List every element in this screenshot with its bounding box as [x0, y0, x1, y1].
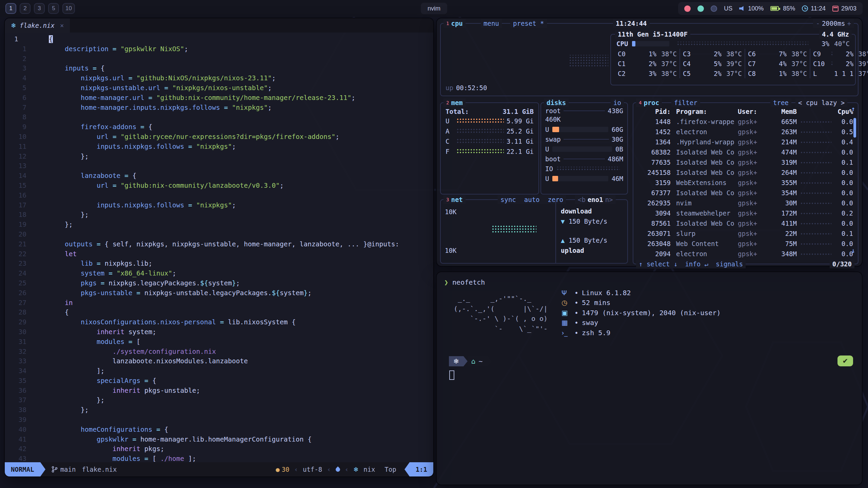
process-row[interactable]: 1448.firefox-wrappegpsk+665M0.0	[633, 117, 858, 127]
mem-panel-title[interactable]: 2 mem	[443, 98, 466, 107]
process-row[interactable]: 2094electrongpsk+348M0.0	[633, 249, 858, 259]
preset-button[interactable]: preset *	[510, 19, 547, 28]
workspace-button-5[interactable]: 5	[48, 3, 59, 14]
battery-value: 85%	[783, 5, 795, 12]
code-token	[93, 260, 97, 267]
neofetch-ascii-art: _._ _,-'""`-._ (,-.`._,'( |\`-/| `-.-' \…	[441, 294, 548, 334]
proc-pid: 262935	[637, 199, 671, 207]
net-control-auto[interactable]: auto	[524, 195, 540, 204]
process-row[interactable]: 1452electrongpsk+263M0.5	[633, 127, 858, 137]
btop-window[interactable]: 1 cpu menu preset * 11:24:44 - 2000ms + …	[437, 18, 862, 266]
tray-icon-3[interactable]	[711, 5, 717, 12]
net-panel-title[interactable]: 3 net	[443, 195, 466, 204]
col-user[interactable]: User:	[738, 108, 770, 115]
tray-icon-1[interactable]	[684, 5, 691, 12]
keyboard-layout[interactable]: US	[724, 5, 732, 12]
mem-graph	[456, 139, 504, 144]
process-row[interactable]: 245158Isolated Web Cogpsk+264M0.0	[633, 167, 858, 178]
process-row[interactable]: 77635Isolated Web Cogpsk+319M0.1	[633, 157, 858, 167]
clock-module[interactable]: 11:24	[802, 5, 826, 12]
process-row[interactable]: 263048Web Contentgpsk+75M0.0	[633, 239, 858, 249]
process-row[interactable]: 87561Isolated Web Cogpsk+411M0.0	[633, 218, 858, 228]
code-token	[49, 240, 65, 248]
process-row[interactable]: 262935nvimgpsk+30M0.0	[633, 198, 858, 208]
core-temp: 38°C	[853, 50, 868, 58]
packages-icon: ▣	[561, 309, 571, 317]
proc-program: nvim	[671, 199, 738, 207]
filter-button[interactable]: filter	[671, 98, 700, 107]
disk-free-value: 60G	[612, 126, 623, 133]
proc-scrollbar[interactable]	[853, 118, 856, 138]
line-number: 7	[5, 103, 42, 113]
net-control-sync[interactable]: sync	[500, 195, 516, 204]
line-number: 15	[5, 181, 42, 191]
process-row[interactable]: 3094steamwebhelpergpsk+172M0.2	[633, 208, 858, 218]
date-module[interactable]: 29/03	[832, 5, 856, 12]
code-token: outputs	[65, 240, 93, 248]
disks-panel-label[interactable]: disks	[544, 98, 569, 107]
proc-panel-title[interactable]: 4 proc	[636, 98, 662, 107]
cpu-core-box: 11th Gen i5-11400F 4.4 GHz CPU 3% 40°C C…	[610, 34, 856, 85]
proc-mem: 354M	[770, 189, 797, 197]
tray-icon-2[interactable]	[697, 5, 704, 12]
kernel-icon: Ψ	[561, 289, 571, 297]
editor-window[interactable]: ❄ flake.nix × 1{1 description = "gpskwlk…	[5, 18, 433, 476]
interval-control[interactable]: - 2000ms +	[813, 19, 854, 28]
interval-minus[interactable]: -	[816, 19, 820, 28]
code-text: homeConfigurations = {	[42, 425, 168, 435]
proc-pid: 3159	[637, 179, 671, 186]
nix-prompt-segment: ❄	[449, 356, 463, 366]
signals-control[interactable]: signals	[716, 260, 743, 268]
proc-mem: 263M	[770, 128, 797, 136]
core-temp: 38°C	[722, 50, 742, 58]
workspace-button-3[interactable]: 3	[34, 3, 45, 14]
scroll-down-arrow[interactable]: ↓	[851, 247, 855, 254]
select-control[interactable]: ↑ select ↓	[639, 260, 677, 268]
proc-pid: 263048	[637, 240, 671, 247]
line-number: 3	[5, 64, 42, 74]
interval-value: 2000ms	[822, 19, 845, 28]
volume-module[interactable]: 100%	[739, 5, 764, 12]
process-row[interactable]: 1364.Hyprland-wrappgpsk+214M0.4	[633, 137, 858, 147]
line-number: 14	[5, 171, 42, 181]
code-token: "github:nix-community/home-manager/relea…	[156, 94, 351, 102]
proc-cpu-graph	[800, 191, 831, 195]
net-interface[interactable]: <b eno1 n>	[575, 195, 616, 204]
sort-selector[interactable]: < cpu lazy >	[795, 98, 847, 107]
process-row[interactable]: 67377Isolated Web Cogpsk+354M0.0	[633, 188, 858, 198]
col-pid[interactable]: Pid:	[637, 108, 671, 115]
code-line: 7 home-manager.inputs.nixpkgs.follows = …	[5, 103, 433, 113]
battery-module[interactable]: 85%	[770, 5, 795, 12]
col-memb[interactable]: MemB	[770, 108, 797, 115]
workspace-button-10[interactable]: 10	[62, 3, 75, 14]
branch-name: main	[60, 466, 76, 473]
tab-flake-nix[interactable]: ❄ flake.nix ×	[5, 18, 70, 33]
interval-plus[interactable]: +	[847, 19, 851, 28]
cpu-panel-title[interactable]: 1 cpu	[443, 19, 466, 28]
workspace-button-1[interactable]: 1	[5, 3, 16, 14]
disk-name-row: swap30G	[541, 134, 627, 144]
io-toggle[interactable]: io	[611, 98, 624, 107]
code-text: specialArgs = {	[42, 376, 156, 386]
col-program[interactable]: Program:	[671, 108, 738, 115]
tree-toggle[interactable]: tree	[770, 98, 791, 107]
code-text	[42, 230, 49, 240]
process-row[interactable]: 68382Isolated Web Cogpsk+474M0.0	[633, 147, 858, 157]
menu-button[interactable]: menu	[481, 19, 502, 28]
download-label: download	[561, 207, 592, 215]
editor-buffer[interactable]: 1{1 description = "gpskwlkr NixOS";23 in…	[5, 33, 433, 462]
disk-rule	[564, 139, 609, 140]
process-row[interactable]: 263071slurpgpsk+22M0.1	[633, 228, 858, 239]
info-control[interactable]: info ↵	[685, 260, 708, 268]
proc-cpu-graph	[800, 242, 831, 245]
terminal-window[interactable]: ❯ neofetch _._ _,-'""`-._ (,-.`._,'( |\`…	[437, 272, 862, 485]
core-percent: 2%	[704, 70, 722, 77]
process-row[interactable]: 3159WebExtensionsgpsk+355M0.0	[633, 178, 858, 188]
col-cpu[interactable]: Cpu%	[833, 108, 853, 115]
core-temp: 37°C	[722, 70, 742, 77]
code-token: nixpkgs.legacyPackages.	[104, 279, 200, 287]
scroll-up-arrow[interactable]: ↑	[851, 105, 855, 113]
workspace-button-2[interactable]: 2	[20, 3, 31, 14]
proc-cpu: 0.0	[833, 199, 853, 207]
tab-close-icon[interactable]: ×	[60, 22, 64, 29]
